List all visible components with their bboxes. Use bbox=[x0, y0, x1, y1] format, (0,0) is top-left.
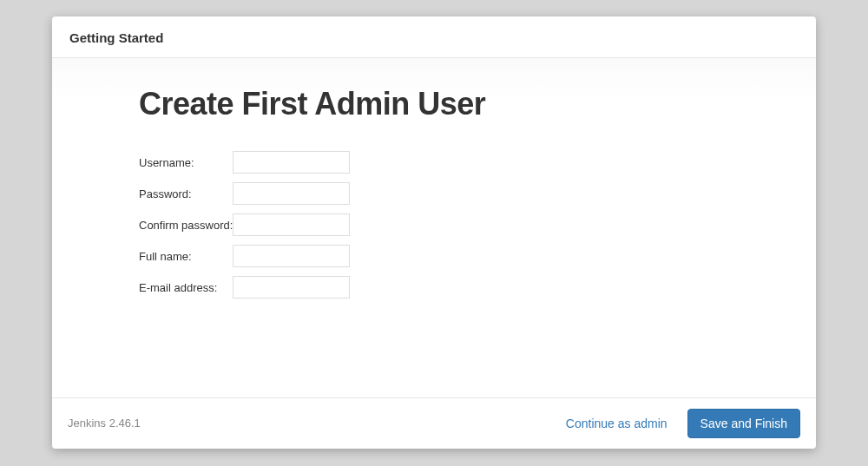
admin-user-form: Username: Password: Confirm password: Fu… bbox=[139, 147, 350, 303]
modal-footer: Jenkins 2.46.1 Continue as admin Save an… bbox=[52, 397, 816, 449]
fullname-label: Full name: bbox=[139, 240, 233, 272]
password-label: Password: bbox=[139, 178, 233, 209]
page-title: Create First Admin User bbox=[139, 86, 729, 122]
modal-title: Getting Started bbox=[69, 30, 799, 45]
password-input[interactable] bbox=[233, 182, 350, 205]
setup-wizard-modal: Getting Started Create First Admin User … bbox=[52, 16, 816, 449]
version-text: Jenkins 2.46.1 bbox=[68, 417, 546, 430]
fullname-input[interactable] bbox=[233, 245, 350, 267]
username-label: Username: bbox=[139, 147, 233, 178]
confirm-password-label: Confirm password: bbox=[139, 209, 233, 240]
continue-as-admin-button[interactable]: Continue as admin bbox=[553, 409, 681, 438]
confirm-password-input[interactable] bbox=[233, 213, 350, 236]
email-label: E-mail address: bbox=[139, 272, 233, 303]
username-input[interactable] bbox=[233, 151, 350, 174]
email-input[interactable] bbox=[233, 276, 350, 299]
modal-body: Create First Admin User Username: Passwo… bbox=[52, 58, 816, 397]
save-and-finish-button[interactable]: Save and Finish bbox=[687, 409, 800, 438]
modal-header: Getting Started bbox=[52, 16, 816, 58]
